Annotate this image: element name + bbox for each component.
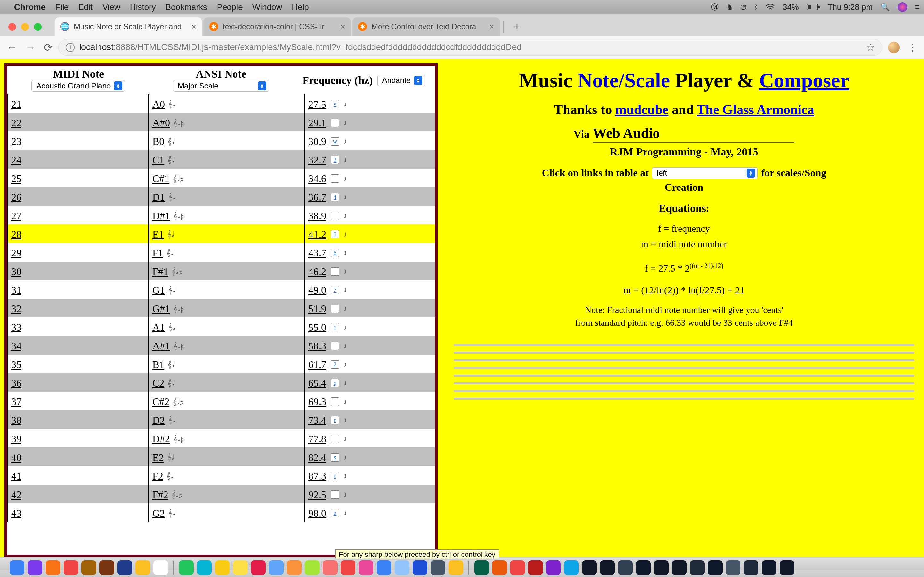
- key-hint-box[interactable]: v: [331, 100, 339, 108]
- window-minimize-button[interactable]: [21, 23, 29, 31]
- key-hint-box[interactable]: 6: [331, 249, 339, 257]
- midi-link[interactable]: 35: [11, 359, 21, 371]
- key-hint-box[interactable]: w: [331, 137, 339, 145]
- freq-link[interactable]: 82.4: [309, 452, 326, 464]
- menu-bookmarks[interactable]: Bookmarks: [166, 2, 207, 12]
- menu-help[interactable]: Help: [292, 2, 309, 12]
- ansi-link[interactable]: A1: [152, 322, 165, 334]
- dock-app-icon[interactable]: [618, 560, 633, 575]
- freq-link[interactable]: 49.0: [309, 284, 326, 296]
- dock-app-icon[interactable]: [690, 560, 704, 575]
- dock-app-icon[interactable]: [636, 560, 651, 575]
- freq-link[interactable]: 43.7: [309, 247, 326, 259]
- ansi-link[interactable]: F#2: [152, 489, 168, 501]
- freq-link[interactable]: 51.9: [309, 303, 326, 315]
- tempo-select[interactable]: Andante ▲▼: [377, 75, 425, 86]
- freq-link[interactable]: 77.8: [309, 433, 326, 445]
- dock-app-icon[interactable]: [474, 560, 489, 575]
- freq-link[interactable]: 34.6: [309, 173, 326, 185]
- freq-link[interactable]: 36.7: [309, 191, 326, 203]
- menubar-app-icon[interactable]: ♞: [726, 3, 733, 11]
- dock-app-icon[interactable]: [762, 560, 776, 575]
- dock-app-icon[interactable]: [582, 560, 597, 575]
- midi-link[interactable]: 31: [11, 284, 21, 296]
- tab-close-button[interactable]: ×: [489, 22, 494, 32]
- key-hint-box[interactable]: t: [331, 472, 339, 480]
- midi-link[interactable]: 43: [11, 508, 21, 519]
- dock-app-icon[interactable]: [564, 560, 579, 575]
- dock-app-icon[interactable]: [413, 560, 427, 575]
- freq-link[interactable]: 87.3: [309, 470, 326, 482]
- browser-tab[interactable]: ✱text-decoration-color | CSS-Tr×: [204, 17, 351, 36]
- dock-app-icon[interactable]: [179, 560, 194, 575]
- midi-link[interactable]: 32: [11, 303, 21, 315]
- menubar-app[interactable]: Chrome: [14, 2, 45, 12]
- ansi-link[interactable]: E2: [152, 452, 164, 464]
- ansi-link[interactable]: B1: [152, 359, 164, 371]
- dock-app-icon[interactable]: [449, 560, 463, 575]
- midi-link[interactable]: 26: [11, 191, 21, 203]
- menu-people[interactable]: People: [217, 2, 243, 12]
- dock-app-icon[interactable]: [341, 560, 355, 575]
- key-hint-box[interactable]: 5: [331, 230, 339, 239]
- key-hint-box[interactable]: r: [331, 416, 339, 424]
- dock-app-icon[interactable]: [233, 560, 248, 575]
- mudcube-link[interactable]: mudcube: [615, 102, 669, 117]
- dock-app-icon[interactable]: [287, 560, 302, 575]
- freq-link[interactable]: 98.0: [309, 508, 326, 519]
- midi-link[interactable]: 33: [11, 322, 21, 334]
- tab-close-button[interactable]: ×: [341, 22, 345, 32]
- dock-app-icon[interactable]: [510, 560, 525, 575]
- freq-link[interactable]: 30.9: [309, 135, 326, 147]
- ansi-link[interactable]: B0: [152, 135, 164, 147]
- dock-app-icon[interactable]: [251, 560, 266, 575]
- freq-link[interactable]: 29.1: [309, 117, 326, 129]
- dock-app-icon[interactable]: [153, 560, 168, 575]
- ansi-link[interactable]: E1: [152, 229, 164, 240]
- dock-app-icon[interactable]: [118, 560, 132, 575]
- midi-link[interactable]: 36: [11, 377, 21, 389]
- key-hint-box[interactable]: [331, 398, 339, 406]
- freq-link[interactable]: 69.3: [309, 396, 326, 408]
- key-hint-box[interactable]: q: [331, 379, 339, 387]
- freq-link[interactable]: 61.7: [309, 359, 326, 371]
- midi-link[interactable]: 24: [11, 154, 21, 166]
- key-hint-box[interactable]: [331, 342, 339, 350]
- midi-link[interactable]: 37: [11, 396, 21, 408]
- ansi-link[interactable]: G1: [152, 284, 165, 296]
- freq-link[interactable]: 27.5: [309, 98, 326, 110]
- key-hint-box[interactable]: 4: [331, 193, 339, 201]
- nav-forward-button[interactable]: →: [25, 41, 36, 54]
- menu-history[interactable]: History: [130, 2, 156, 12]
- key-hint-box[interactable]: 7: [331, 286, 339, 294]
- menubar-battery-icon[interactable]: [806, 4, 820, 10]
- ansi-link[interactable]: C2: [152, 377, 164, 389]
- dock-app-icon[interactable]: [672, 560, 687, 575]
- menubar-siri-icon[interactable]: [898, 2, 907, 12]
- ansi-link[interactable]: G2: [152, 508, 165, 519]
- key-hint-box[interactable]: s: [331, 453, 339, 462]
- key-hint-box[interactable]: 3: [331, 156, 339, 164]
- midi-link[interactable]: 22: [11, 117, 21, 129]
- position-select[interactable]: left ▲▼: [652, 167, 758, 179]
- dock-app-icon[interactable]: [197, 560, 212, 575]
- dock-app-icon[interactable]: [528, 560, 543, 575]
- freq-link[interactable]: 65.4: [309, 377, 326, 389]
- dock-app-icon[interactable]: [136, 560, 150, 575]
- ansi-link[interactable]: C#2: [152, 396, 170, 408]
- dock-app-icon[interactable]: [395, 560, 409, 575]
- glass-armonica-link[interactable]: The Glass Armonica: [696, 102, 814, 117]
- menubar-clock[interactable]: Thu 9:28 pm: [828, 3, 873, 12]
- freq-link[interactable]: 73.4: [309, 414, 326, 426]
- midi-link[interactable]: 23: [11, 135, 21, 147]
- dock-app-icon[interactable]: [269, 560, 284, 575]
- midi-link[interactable]: 30: [11, 266, 21, 277]
- ansi-link[interactable]: D#2: [152, 433, 170, 445]
- ansi-link[interactable]: A#0: [152, 117, 170, 129]
- dock-app-icon[interactable]: [10, 560, 24, 575]
- key-hint-box[interactable]: [331, 268, 339, 276]
- ansi-link[interactable]: D1: [152, 191, 165, 203]
- midi-link[interactable]: 40: [11, 452, 21, 464]
- dock-app-icon[interactable]: [546, 560, 561, 575]
- omnibox[interactable]: i localhost:8888/HTMLCSS/MIDI.js-master/…: [58, 39, 882, 56]
